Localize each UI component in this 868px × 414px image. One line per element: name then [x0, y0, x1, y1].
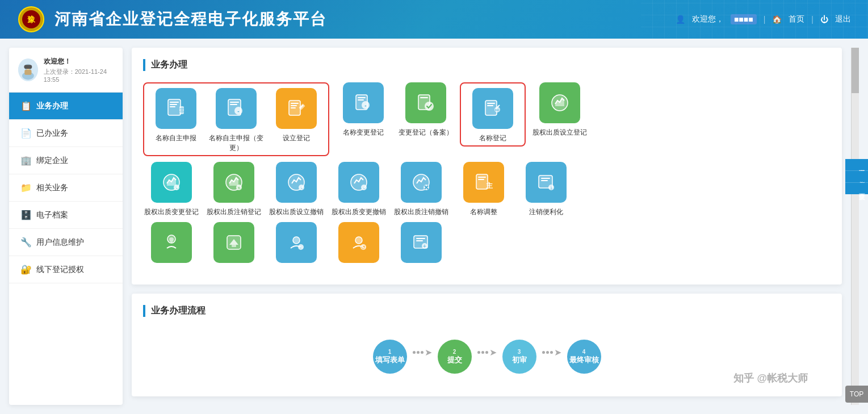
svg-rect-77 — [416, 238, 425, 239]
equity-cancel-revoke-label: 股权出质注销撤销 — [394, 207, 448, 217]
svg-rect-63 — [541, 180, 548, 181]
logo-emblem: 豫 — [17, 5, 45, 34]
svg-rect-22 — [291, 105, 297, 106]
biz-item-3e[interactable]: + — [393, 222, 450, 267]
svg-rect-69 — [232, 245, 236, 247]
cancel-easy-icon: i — [526, 162, 567, 203]
business-section-title: 业务办理 — [143, 59, 831, 71]
biz-equity-setup-register[interactable]: 股权出质设立登记 — [531, 82, 588, 137]
name-self-report-icon: 三 — [156, 88, 196, 129]
biz-name-adjust[interactable]: 主 名称调整 — [455, 162, 512, 217]
arrow-1: ➤ — [413, 347, 432, 367]
business-icon: 📋 — [20, 101, 32, 111]
business-section: 业务办理 三 — [132, 48, 842, 285]
biz-name-self-report[interactable]: 三 名称自主申报 — [148, 88, 204, 153]
svg-rect-16 — [230, 102, 239, 103]
biz-equity-change-revoke[interactable]: - 股权出质变更撤销 — [330, 162, 387, 217]
step-num-1: 1 — [388, 349, 392, 355]
biz-equity-cancel-revoke[interactable]: 股权出质注销撤销 — [393, 162, 450, 217]
setup-register-label: 设立登记 — [283, 133, 310, 143]
item-3c-icon: - — [276, 222, 317, 263]
business-row-3: - ↺ — [143, 222, 831, 267]
arrow-2: ➤ — [477, 347, 497, 367]
biz-item-3a[interactable] — [143, 222, 200, 267]
equity-cancel-register-label: 股权出质注销登记 — [207, 207, 261, 217]
sidebar-item-related[interactable]: 📁 相关业务 — [9, 174, 123, 202]
user-icon: 🔧 — [20, 237, 32, 248]
content-area: 业务办理 三 — [132, 48, 842, 405]
biz-item-3d[interactable]: ↺ — [330, 222, 387, 267]
step-label-3: 初审 — [512, 355, 527, 365]
step-num-4: 4 — [582, 349, 586, 355]
sidebar: 欢迎您！ 上次登录：2021-11-24 13:55 📋 业务办理 📄 已办业务… — [9, 48, 123, 405]
right-panel-download[interactable]: 文件下载 — [845, 183, 868, 194]
name-adjust-label: 名称调整 — [470, 207, 497, 217]
svg-text:+: + — [423, 243, 426, 249]
top-button[interactable]: TOP — [845, 386, 868, 403]
change-register-record-label: 变更登记（备案） — [399, 128, 453, 137]
sidebar-offline-label: 线下登记授权 — [36, 265, 84, 275]
name-register-icon: ✏ — [472, 88, 513, 129]
step-label-1: 填写表单 — [375, 355, 405, 365]
process-circle-4: 4 最终审核 — [567, 340, 601, 374]
svg-text:-: - — [176, 185, 178, 191]
svg-text:豫: 豫 — [27, 15, 36, 24]
process-circle-1: 1 填写表单 — [373, 340, 407, 374]
biz-name-change-register[interactable]: - 名称变更登记 — [335, 82, 392, 137]
equity-cancel-register-icon: × — [213, 162, 254, 203]
scroll-thumb[interactable] — [852, 48, 859, 93]
svg-rect-36 — [487, 105, 493, 106]
scrollbar[interactable]: ▼ — [851, 48, 859, 405]
sidebar-done-label: 已办业务 — [36, 128, 68, 139]
item-3d-icon: ↺ — [338, 222, 379, 263]
home-icon: 🏠 — [772, 15, 782, 24]
item-3a-icon — [151, 222, 192, 263]
name-register-label: 名称登记 — [479, 133, 506, 143]
sidebar-item-user[interactable]: 🔧 用户信息维护 — [9, 229, 123, 256]
biz-equity-change-register[interactable]: - 股权出质变更登记 — [143, 162, 200, 217]
name-self-report-label: 名称自主申报 — [156, 133, 196, 143]
svg-rect-32 — [420, 97, 428, 98]
name-change-register-icon: - — [343, 82, 384, 123]
sidebar-user-label: 用户信息维护 — [36, 237, 84, 248]
biz-name-register[interactable]: ✏ 名称登记 — [464, 88, 521, 143]
sidebar-item-bind[interactable]: 🏢 绑定企业 — [9, 147, 123, 174]
sidebar-item-offline[interactable]: 🔐 线下登记授权 — [9, 256, 123, 283]
sidebar-item-archive[interactable]: 🗄️ 电子档案 — [9, 202, 123, 229]
svg-text:-: - — [363, 185, 365, 191]
sidebar-business-label: 业务办理 — [36, 101, 68, 111]
arrow-3: ➤ — [542, 347, 561, 367]
biz-item-3c[interactable]: - — [268, 222, 325, 267]
biz-cancel-easy[interactable]: i 注销便利化 — [518, 162, 575, 217]
right-panel-guide[interactable]: 办事指南 — [845, 171, 868, 183]
main-container: 欢迎您！ 上次登录：2021-11-24 13:55 📋 业务办理 📄 已办业务… — [0, 39, 868, 414]
svg-text:-: - — [364, 102, 366, 108]
item-3e-icon: + — [401, 222, 442, 263]
sidebar-item-business[interactable]: 📋 业务办理 — [9, 93, 123, 120]
svg-rect-8 — [24, 65, 32, 69]
header-username: ■■■■ — [731, 14, 757, 24]
right-panel: 联系电话 办事指南 文件下载 — [845, 159, 868, 194]
svg-rect-6 — [24, 70, 31, 75]
biz-name-self-report-change[interactable]: - 名称自主申报（变更） — [208, 88, 265, 153]
process-section-title: 业务办理流程 — [143, 305, 831, 317]
right-panel-contact[interactable]: 联系电话 — [845, 159, 868, 171]
header-logout-link[interactable]: 退出 — [835, 14, 851, 24]
avatar — [18, 58, 38, 81]
divider2: | — [811, 15, 814, 24]
biz-equity-cancel-register[interactable]: × 股权出质注销登记 — [206, 162, 262, 217]
site-title: 河南省企业登记全程电子化服务平台 — [54, 9, 676, 30]
svg-rect-11 — [170, 104, 177, 105]
svg-text:✏: ✏ — [495, 107, 500, 113]
process-step-3: 3 初审 — [502, 340, 536, 374]
bind-icon: 🏢 — [20, 155, 32, 166]
svg-rect-78 — [416, 240, 423, 241]
svg-rect-12 — [170, 106, 175, 107]
header-home-link[interactable]: 首页 — [789, 14, 804, 24]
process-step-4: 4 最终审核 — [567, 340, 601, 374]
biz-change-register-record[interactable]: 变更登记（备案） — [397, 82, 454, 137]
biz-equity-setup-revoke[interactable]: - 股权出质设立撤销 — [268, 162, 325, 217]
sidebar-item-done[interactable]: 📄 已办业务 — [9, 120, 123, 147]
biz-item-3b[interactable] — [206, 222, 262, 267]
biz-setup-register[interactable]: 设立登记 — [268, 88, 325, 153]
